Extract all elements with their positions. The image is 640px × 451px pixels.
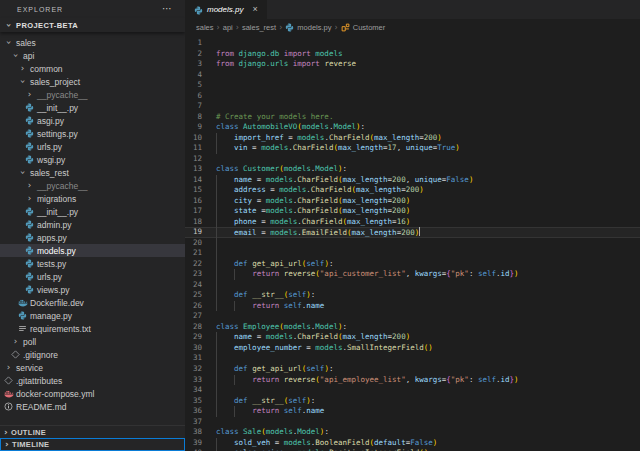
code-line[interactable]: 10 import_href = models.CharField(max_le… [185, 133, 640, 144]
line-number[interactable]: 30 [185, 343, 202, 354]
tree-file-asgi-py[interactable]: asgi.py [0, 114, 185, 127]
code-line[interactable]: 23 return reverse("api_customer_list", k… [185, 269, 640, 280]
tree-file--gitattributes[interactable]: .gitattributes [0, 374, 185, 387]
code-line[interactable]: 16 city = models.CharField(max_length=20… [185, 196, 640, 207]
ellipsis-icon[interactable]: ⋯ [162, 6, 173, 12]
code-line[interactable]: 36 return self.name [185, 406, 640, 417]
line-number[interactable]: 23 [185, 269, 202, 280]
code-line[interactable]: 12 [185, 154, 640, 165]
line-number[interactable]: 7 [185, 101, 202, 112]
tree-file-wsgi-py[interactable]: wsgi.py [0, 153, 185, 166]
code-line[interactable]: 3from django.urls import reverse [185, 59, 640, 70]
code-line[interactable]: 6 [185, 91, 640, 102]
code-line[interactable]: 31 [185, 353, 640, 364]
code-line[interactable]: 39 sold_veh = models.BooleanField(defaul… [185, 438, 640, 449]
line-number[interactable]: 25 [185, 290, 202, 301]
line-number[interactable]: 29 [185, 332, 202, 343]
code-line[interactable]: 29 name = models.CharField(max_length=20… [185, 332, 640, 343]
code-line[interactable]: 25 def __str__(self): [185, 290, 640, 301]
tree-file-requirements-txt[interactable]: requirements.txt [0, 322, 185, 335]
breadcrumb-item-sales-rest[interactable]: sales_rest [242, 23, 276, 32]
code-line[interactable]: 33 return reverse("api_employee_list", k… [185, 375, 640, 386]
tree-file-urls-py[interactable]: urls.py [0, 140, 185, 153]
line-number[interactable]: 38 [185, 427, 202, 438]
line-number[interactable]: 28 [185, 322, 202, 333]
code-line[interactable]: 30 employee_number = models.SmallInteger… [185, 343, 640, 354]
line-number[interactable]: 4 [185, 70, 202, 81]
code-line[interactable]: 13class Customer(models.Model): [185, 164, 640, 175]
code-line[interactable]: 37 [185, 417, 640, 428]
line-number[interactable]: 13 [185, 164, 202, 175]
code-line[interactable]: 14 name = models.CharField(max_length=20… [185, 175, 640, 186]
tree-folder-api[interactable]: ›api [0, 49, 185, 62]
breadcrumb-item-api[interactable]: api [223, 23, 233, 32]
code-line[interactable]: 1 [185, 38, 640, 49]
code-line[interactable]: 32 def get_api_url(self): [185, 364, 640, 375]
code-line[interactable]: 9class AutomobileVO(models.Model): [185, 122, 640, 133]
line-number[interactable]: 12 [185, 154, 202, 165]
tree-file-dockerfile-dev[interactable]: Dockerfile.dev [0, 296, 185, 309]
code-line[interactable]: 7 [185, 101, 640, 112]
tree-file-readme-md[interactable]: README.md [0, 400, 185, 413]
code-editor[interactable]: 12from django.db import models3from djan… [185, 36, 640, 451]
tree-folder-sales-project[interactable]: ›sales_project [0, 75, 185, 88]
line-number[interactable]: 17 [185, 206, 202, 217]
tree-folder--pycache-[interactable]: ›__pycache__ [0, 179, 185, 192]
line-number[interactable]: 39 [185, 438, 202, 449]
line-number[interactable]: 22 [185, 259, 202, 270]
code-line[interactable]: 4 [185, 70, 640, 81]
line-number[interactable]: 33 [185, 375, 202, 386]
tree-folder-service[interactable]: ›service [0, 361, 185, 374]
tree-file-models-py[interactable]: models.py [0, 244, 185, 257]
line-number[interactable]: 34 [185, 385, 202, 396]
line-number[interactable]: 24 [185, 280, 202, 291]
code-line[interactable]: 27 [185, 311, 640, 322]
code-line[interactable]: 15 address = models.CharField(max_length… [185, 185, 640, 196]
line-number[interactable]: 6 [185, 91, 202, 102]
tree-file-settings-py[interactable]: settings.py [0, 127, 185, 140]
code-line[interactable]: 21 [185, 248, 640, 259]
tree-file--init-py[interactable]: __init__.py [0, 205, 185, 218]
code-line[interactable]: 24 [185, 280, 640, 291]
code-line[interactable]: 19 email = models.EmailField(max_length=… [185, 227, 640, 238]
code-line[interactable]: 22 def get_api_url(self): [185, 259, 640, 270]
line-number[interactable]: 9 [185, 122, 202, 133]
project-root-row[interactable]: › PROJECT-BETA [0, 18, 185, 32]
tree-folder--pycache-[interactable]: ›__pycache__ [0, 88, 185, 101]
tree-file-apps-py[interactable]: apps.py [0, 231, 185, 244]
tree-file-admin-py[interactable]: admin.py [0, 218, 185, 231]
code-line[interactable]: 38class Sale(models.Model): [185, 427, 640, 438]
code-line[interactable]: 20 [185, 238, 640, 249]
line-number[interactable]: 21 [185, 248, 202, 259]
code-line[interactable]: 17 state =models.CharField(max_length=20… [185, 206, 640, 217]
line-number[interactable]: 14 [185, 175, 202, 186]
code-line[interactable]: 28class Employee(models.Model): [185, 322, 640, 333]
code-line[interactable]: 35 def __str__(self): [185, 396, 640, 407]
code-line[interactable]: 34 [185, 385, 640, 396]
line-number[interactable]: 19 [185, 227, 202, 238]
code-line[interactable]: 2from django.db import models [185, 49, 640, 60]
tree-folder-sales[interactable]: ›sales [0, 36, 185, 49]
tree-file-tests-py[interactable]: tests.py [0, 257, 185, 270]
close-icon[interactable]: × [252, 5, 257, 14]
tree-file--gitignore[interactable]: .gitignore [0, 348, 185, 361]
line-number[interactable]: 3 [185, 59, 202, 70]
tree-file-urls-py[interactable]: urls.py [0, 270, 185, 283]
tree-file-manage-py[interactable]: manage.py [0, 309, 185, 322]
tab-models-py[interactable]: models.py × [185, 0, 267, 19]
line-number[interactable]: 5 [185, 80, 202, 91]
tree-file--init-py[interactable]: __init__.py [0, 101, 185, 114]
line-number[interactable]: 20 [185, 238, 202, 249]
tree-file-docker-compose-yml[interactable]: docker-compose.yml [0, 387, 185, 400]
line-number[interactable]: 11 [185, 143, 202, 154]
breadcrumb-item-models-py[interactable]: models.py [285, 23, 331, 32]
panel-header-timeline[interactable]: ›TIMELINE [0, 438, 185, 451]
line-number[interactable]: 37 [185, 417, 202, 428]
code-line[interactable]: 26 return self.name [185, 301, 640, 312]
line-number[interactable]: 32 [185, 364, 202, 375]
tree-folder-sales-rest[interactable]: ›sales_rest [0, 166, 185, 179]
code-line[interactable]: 8# Create your models here. [185, 112, 640, 123]
line-number[interactable]: 15 [185, 185, 202, 196]
line-number[interactable]: 26 [185, 301, 202, 312]
line-number[interactable]: 31 [185, 353, 202, 364]
